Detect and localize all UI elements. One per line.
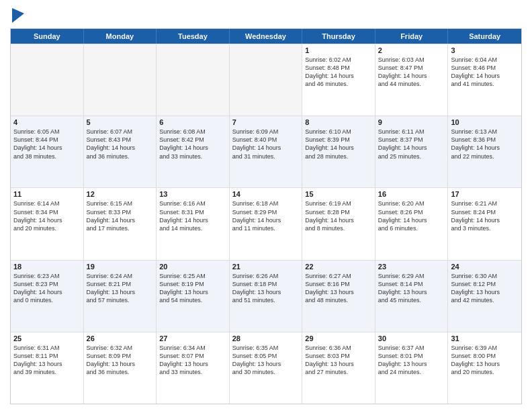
cell-info: Sunrise: 6:30 AM Sunset: 8:12 PM Dayligh… — [451, 272, 519, 305]
day-number: 18 — [13, 263, 81, 271]
cell-info: Sunrise: 6:18 AM Sunset: 8:29 PM Dayligh… — [232, 199, 300, 232]
calendar-cell-26: 26Sunrise: 6:32 AM Sunset: 8:09 PM Dayli… — [84, 332, 157, 404]
calendar-cell-25: 25Sunrise: 6:31 AM Sunset: 8:11 PM Dayli… — [11, 332, 84, 404]
header-day-saturday: Saturday — [448, 29, 521, 44]
header-day-sunday: Sunday — [11, 29, 84, 44]
calendar-cell-empty-3 — [230, 44, 303, 116]
calendar-row-3: 18Sunrise: 6:23 AM Sunset: 8:23 PM Dayli… — [11, 260, 521, 332]
cell-info: Sunrise: 6:34 AM Sunset: 8:07 PM Dayligh… — [159, 344, 226, 377]
cell-info: Sunrise: 6:04 AM Sunset: 8:46 PM Dayligh… — [451, 56, 519, 89]
day-number: 12 — [87, 190, 154, 198]
calendar-cell-empty-2 — [157, 44, 230, 116]
calendar-cell-14: 14Sunrise: 6:18 AM Sunset: 8:29 PM Dayli… — [230, 188, 303, 259]
svg-marker-0 — [12, 8, 24, 23]
calendar-cell-30: 30Sunrise: 6:37 AM Sunset: 8:01 PM Dayli… — [375, 332, 449, 404]
header — [10, 7, 522, 23]
calendar-cell-2: 2Sunrise: 6:03 AM Sunset: 8:47 PM Daylig… — [375, 44, 449, 116]
calendar-row-2: 11Sunrise: 6:14 AM Sunset: 8:34 PM Dayli… — [11, 187, 521, 259]
cell-info: Sunrise: 6:07 AM Sunset: 8:43 PM Dayligh… — [87, 128, 154, 161]
calendar-cell-27: 27Sunrise: 6:34 AM Sunset: 8:07 PM Dayli… — [157, 332, 230, 404]
day-number: 10 — [451, 118, 519, 126]
day-number: 15 — [305, 190, 372, 198]
day-number: 4 — [13, 118, 81, 126]
calendar-cell-29: 29Sunrise: 6:36 AM Sunset: 8:03 PM Dayli… — [302, 332, 375, 404]
calendar-cell-4: 4Sunrise: 6:05 AM Sunset: 8:44 PM Daylig… — [11, 116, 84, 187]
day-number: 5 — [87, 118, 154, 126]
calendar-header: SundayMondayTuesdayWednesdayThursdayFrid… — [11, 29, 521, 44]
header-day-monday: Monday — [84, 29, 157, 44]
cell-info: Sunrise: 6:35 AM Sunset: 8:05 PM Dayligh… — [232, 344, 300, 377]
calendar-cell-24: 24Sunrise: 6:30 AM Sunset: 8:12 PM Dayli… — [448, 261, 521, 332]
day-number: 26 — [87, 334, 154, 342]
day-number: 3 — [451, 46, 519, 54]
header-day-friday: Friday — [375, 29, 449, 44]
calendar-cell-empty-1 — [84, 44, 157, 116]
calendar-cell-empty-0 — [11, 44, 84, 116]
day-number: 7 — [232, 118, 300, 126]
cell-info: Sunrise: 6:10 AM Sunset: 8:39 PM Dayligh… — [305, 128, 372, 161]
calendar-cell-22: 22Sunrise: 6:27 AM Sunset: 8:16 PM Dayli… — [302, 261, 375, 332]
day-number: 11 — [13, 190, 81, 198]
day-number: 9 — [378, 118, 445, 126]
calendar-cell-9: 9Sunrise: 6:11 AM Sunset: 8:37 PM Daylig… — [375, 116, 449, 187]
cell-info: Sunrise: 6:39 AM Sunset: 8:00 PM Dayligh… — [451, 344, 519, 377]
header-day-tuesday: Tuesday — [157, 29, 230, 44]
cell-info: Sunrise: 6:03 AM Sunset: 8:47 PM Dayligh… — [378, 56, 445, 89]
day-number: 21 — [232, 263, 300, 271]
calendar-cell-13: 13Sunrise: 6:16 AM Sunset: 8:31 PM Dayli… — [157, 188, 230, 259]
cell-info: Sunrise: 6:27 AM Sunset: 8:16 PM Dayligh… — [305, 272, 372, 305]
cell-info: Sunrise: 6:02 AM Sunset: 8:48 PM Dayligh… — [305, 56, 372, 89]
calendar-cell-11: 11Sunrise: 6:14 AM Sunset: 8:34 PM Dayli… — [11, 188, 84, 259]
calendar: SundayMondayTuesdayWednesdayThursdayFrid… — [10, 28, 522, 404]
calendar-cell-1: 1Sunrise: 6:02 AM Sunset: 8:48 PM Daylig… — [302, 44, 375, 116]
logo-icon — [12, 8, 24, 23]
cell-info: Sunrise: 6:13 AM Sunset: 8:36 PM Dayligh… — [451, 128, 519, 161]
calendar-cell-5: 5Sunrise: 6:07 AM Sunset: 8:43 PM Daylig… — [84, 116, 157, 187]
day-number: 2 — [378, 46, 445, 54]
day-number: 6 — [159, 118, 226, 126]
calendar-cell-12: 12Sunrise: 6:15 AM Sunset: 8:33 PM Dayli… — [84, 188, 157, 259]
calendar-row-1: 4Sunrise: 6:05 AM Sunset: 8:44 PM Daylig… — [11, 116, 521, 187]
cell-info: Sunrise: 6:14 AM Sunset: 8:34 PM Dayligh… — [13, 199, 81, 232]
cell-info: Sunrise: 6:25 AM Sunset: 8:19 PM Dayligh… — [159, 272, 226, 305]
cell-info: Sunrise: 6:05 AM Sunset: 8:44 PM Dayligh… — [13, 128, 81, 161]
calendar-cell-20: 20Sunrise: 6:25 AM Sunset: 8:19 PM Dayli… — [157, 261, 230, 332]
day-number: 20 — [159, 263, 226, 271]
cell-info: Sunrise: 6:37 AM Sunset: 8:01 PM Dayligh… — [378, 344, 445, 377]
cell-info: Sunrise: 6:16 AM Sunset: 8:31 PM Dayligh… — [159, 199, 226, 232]
calendar-cell-19: 19Sunrise: 6:24 AM Sunset: 8:21 PM Dayli… — [84, 261, 157, 332]
calendar-cell-23: 23Sunrise: 6:29 AM Sunset: 8:14 PM Dayli… — [375, 261, 449, 332]
header-day-thursday: Thursday — [302, 29, 375, 44]
cell-info: Sunrise: 6:26 AM Sunset: 8:18 PM Dayligh… — [232, 272, 300, 305]
calendar-cell-16: 16Sunrise: 6:20 AM Sunset: 8:26 PM Dayli… — [375, 188, 449, 259]
calendar-cell-3: 3Sunrise: 6:04 AM Sunset: 8:46 PM Daylig… — [448, 44, 521, 116]
page: SundayMondayTuesdayWednesdayThursdayFrid… — [0, 0, 532, 411]
cell-info: Sunrise: 6:15 AM Sunset: 8:33 PM Dayligh… — [87, 199, 154, 232]
cell-info: Sunrise: 6:31 AM Sunset: 8:11 PM Dayligh… — [13, 344, 81, 377]
calendar-cell-31: 31Sunrise: 6:39 AM Sunset: 8:00 PM Dayli… — [448, 332, 521, 404]
day-number: 8 — [305, 118, 372, 126]
cell-info: Sunrise: 6:11 AM Sunset: 8:37 PM Dayligh… — [378, 128, 445, 161]
day-number: 23 — [378, 263, 445, 271]
calendar-cell-28: 28Sunrise: 6:35 AM Sunset: 8:05 PM Dayli… — [230, 332, 303, 404]
cell-info: Sunrise: 6:29 AM Sunset: 8:14 PM Dayligh… — [378, 272, 445, 305]
day-number: 27 — [159, 334, 226, 342]
calendar-cell-15: 15Sunrise: 6:19 AM Sunset: 8:28 PM Dayli… — [302, 188, 375, 259]
day-number: 1 — [305, 46, 372, 54]
day-number: 25 — [13, 334, 81, 342]
header-day-wednesday: Wednesday — [230, 29, 303, 44]
cell-info: Sunrise: 6:09 AM Sunset: 8:40 PM Dayligh… — [232, 128, 300, 161]
cell-info: Sunrise: 6:19 AM Sunset: 8:28 PM Dayligh… — [305, 199, 372, 232]
calendar-cell-10: 10Sunrise: 6:13 AM Sunset: 8:36 PM Dayli… — [448, 116, 521, 187]
cell-info: Sunrise: 6:08 AM Sunset: 8:42 PM Dayligh… — [159, 128, 226, 161]
cell-info: Sunrise: 6:32 AM Sunset: 8:09 PM Dayligh… — [87, 344, 154, 377]
day-number: 28 — [232, 334, 300, 342]
cell-info: Sunrise: 6:20 AM Sunset: 8:26 PM Dayligh… — [378, 199, 445, 232]
day-number: 24 — [451, 263, 519, 271]
cell-info: Sunrise: 6:21 AM Sunset: 8:24 PM Dayligh… — [451, 199, 519, 232]
calendar-row-0: 1Sunrise: 6:02 AM Sunset: 8:48 PM Daylig… — [11, 44, 521, 116]
calendar-cell-8: 8Sunrise: 6:10 AM Sunset: 8:39 PM Daylig… — [302, 116, 375, 187]
calendar-row-4: 25Sunrise: 6:31 AM Sunset: 8:11 PM Dayli… — [11, 332, 521, 404]
day-number: 13 — [159, 190, 226, 198]
calendar-cell-6: 6Sunrise: 6:08 AM Sunset: 8:42 PM Daylig… — [157, 116, 230, 187]
